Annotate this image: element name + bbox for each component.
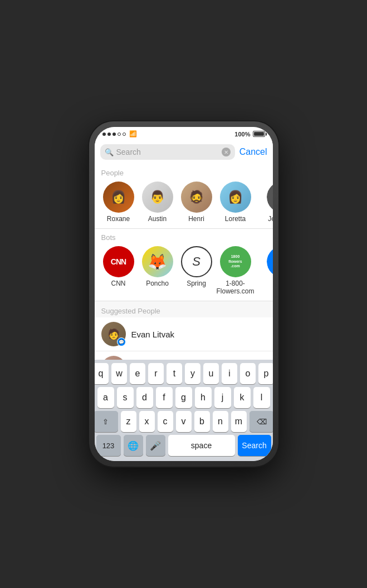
signal-dot-5 (123, 133, 126, 136)
suggested-section: Suggested People 🧑 💬 Evan Litvak 👩 � (95, 301, 273, 360)
avatar-sarah: 👩 (101, 356, 126, 360)
evan-avatar-wrap: 🧑 💬 (101, 322, 126, 346)
key-c[interactable]: c (158, 411, 173, 432)
search-input[interactable]: Search (116, 148, 219, 156)
person-name-henri: Henri (188, 215, 204, 223)
key-l[interactable]: l (253, 387, 270, 408)
suggested-evan[interactable]: 🧑 💬 Evan Litvak (95, 317, 273, 351)
suggested-label: Suggested People (95, 302, 273, 317)
status-bar: 📶 100% (95, 127, 273, 140)
key-backspace[interactable]: ⌫ (249, 411, 273, 432)
avatar-austin: 👨 (142, 182, 173, 213)
key-o[interactable]: o (240, 363, 256, 384)
bot-poncho[interactable]: 🦊 Poncho (138, 246, 177, 295)
clear-button[interactable]: ✕ (222, 148, 231, 156)
key-u[interactable]: u (203, 363, 219, 384)
key-y[interactable]: y (185, 363, 200, 384)
bot-partial[interactable] (255, 246, 273, 295)
wifi-icon: 📶 (129, 130, 137, 138)
bots-row: CNN CNN 🦊 Poncho S Spring (95, 244, 273, 301)
bot-spring[interactable]: S Spring (177, 246, 216, 295)
search-area: 🔍 Search ✕ Cancel (95, 140, 273, 164)
person-partial[interactable]: Je... (255, 182, 273, 223)
people-row: 👩 Roxane 👨 Austin 🧔 Henri 👩 Loretta (95, 179, 273, 228)
key-search[interactable]: Search (238, 435, 271, 456)
key-f[interactable]: f (156, 387, 173, 408)
person-name-roxane: Roxane (107, 215, 130, 223)
suggested-name-evan: Evan Litvak (131, 330, 175, 339)
key-space[interactable]: space (168, 435, 235, 456)
key-a[interactable]: a (97, 387, 114, 408)
content-area: People 👩 Roxane 👨 Austin 🧔 Henri (95, 164, 273, 360)
bot-cnn[interactable]: CNN CNN (99, 246, 138, 295)
poncho-logo: 🦊 (142, 246, 173, 277)
person-roxane[interactable]: 👩 Roxane (99, 182, 138, 223)
key-h[interactable]: h (195, 387, 212, 408)
key-p[interactable]: p (258, 363, 273, 384)
flowers-logo: 1800flowers.com (220, 246, 251, 277)
cnn-logo: CNN (103, 246, 134, 277)
person-name-partial: Je... (268, 215, 272, 223)
spring-s: S (192, 254, 200, 269)
bot-flowers[interactable]: 1800flowers.com 1-800-Flowers.com (216, 246, 255, 295)
people-label: People (95, 164, 273, 179)
keyboard-row-2: a s d f g h j k l (96, 387, 271, 408)
key-w[interactable]: w (111, 363, 127, 384)
key-b[interactable]: b (194, 411, 210, 432)
suggested-sarah[interactable]: 👩 💬 Sarah Hum (95, 351, 273, 360)
people-section: People 👩 Roxane 👨 Austin 🧔 Henri (95, 164, 273, 228)
key-g[interactable]: g (175, 387, 192, 408)
person-austin[interactable]: 👨 Austin (138, 182, 177, 223)
keyboard-row-3: ⇧ z x c v b n m ⌫ (96, 411, 271, 432)
key-k[interactable]: k (234, 387, 251, 408)
key-n[interactable]: n (213, 411, 228, 432)
key-e[interactable]: e (130, 363, 145, 384)
key-s[interactable]: s (117, 387, 134, 408)
search-box[interactable]: 🔍 Search ✕ (100, 144, 235, 160)
key-z[interactable]: z (121, 411, 136, 432)
cnn-text: CNN (111, 257, 126, 266)
signal-dot-3 (112, 133, 116, 136)
battery-fill (254, 132, 264, 136)
messenger-icon-evan: 💬 (119, 340, 124, 345)
phone-screen: 📶 100% 🔍 Search ✕ Cancel People (95, 127, 273, 461)
key-i[interactable]: i (222, 363, 237, 384)
person-henri[interactable]: 🧔 Henri (177, 182, 216, 223)
bots-section: Bots CNN CNN 🦊 Poncho S (95, 229, 273, 301)
avatar-partial (267, 182, 273, 213)
key-x[interactable]: x (139, 411, 155, 432)
key-v[interactable]: v (176, 411, 192, 432)
bot-name-spring: Spring (187, 280, 206, 287)
bots-label: Bots (95, 229, 273, 244)
key-r[interactable]: r (148, 363, 164, 384)
key-emoji[interactable]: 🌐 (124, 435, 143, 456)
avatar-roxane: 👩 (103, 182, 134, 213)
key-numbers[interactable]: 123 (96, 435, 121, 456)
bot-name-cnn: CNN (111, 280, 126, 287)
signal-dot-1 (102, 133, 106, 136)
avatar-loretta: 👩 (220, 182, 251, 213)
person-loretta[interactable]: 👩 Loretta (216, 182, 255, 223)
flowers-text: 1800flowers.com (228, 254, 242, 268)
cancel-button[interactable]: Cancel (239, 147, 267, 157)
key-mic[interactable]: 🎤 (146, 435, 165, 456)
key-j[interactable]: j (214, 387, 231, 408)
battery-pct: 100% (234, 131, 250, 138)
bot-name-flowers: 1-800-Flowers.com (216, 280, 255, 295)
signal-dot-2 (107, 133, 111, 136)
signal-area: 📶 (102, 130, 137, 138)
key-t[interactable]: t (167, 363, 182, 384)
bot-name-poncho: Poncho (146, 280, 169, 287)
key-m[interactable]: m (231, 411, 247, 432)
person-name-loretta: Loretta (225, 215, 246, 223)
person-name-austin: Austin (148, 215, 167, 223)
battery-area: 100% (234, 131, 265, 138)
key-shift[interactable]: ⇧ (95, 411, 118, 432)
battery-icon (253, 131, 265, 137)
key-q[interactable]: q (95, 363, 109, 384)
keyboard-bottom-row: 123 🌐 🎤 space Search (96, 435, 271, 456)
bot-partial-circle (267, 246, 273, 277)
sarah-avatar-wrap: 👩 💬 (101, 356, 126, 360)
spring-logo: S (181, 246, 212, 277)
key-d[interactable]: d (136, 387, 153, 408)
